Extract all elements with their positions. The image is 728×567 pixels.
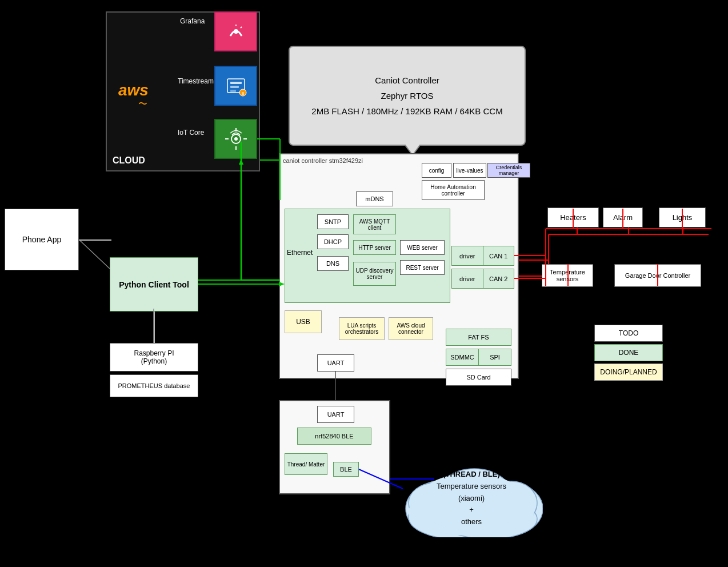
fat-fs-label: FAT FS xyxy=(468,334,489,341)
doing-planned-box: DOING/PLANNED xyxy=(594,364,663,381)
udp-discovery-label: UDP discovery server xyxy=(354,267,395,280)
svg-rect-26 xyxy=(230,82,242,84)
home-automation-box: Home Automation controller xyxy=(422,180,485,200)
aws-cloud-connector-label: AWS cloud connector xyxy=(389,322,433,335)
thread-matter-box: Thread/ Matter xyxy=(285,453,327,475)
caniot-title: Caniot Controller xyxy=(375,73,439,88)
raspberry-pi-box: Raspberry PI(Python) xyxy=(110,343,198,372)
home-automation-label: Home Automation controller xyxy=(422,184,484,197)
thread-ble-line5: others xyxy=(400,516,543,528)
dns-label: DNS xyxy=(326,260,339,267)
temp-sensors-label: Temperature sensors xyxy=(542,269,593,282)
svg-line-24 xyxy=(241,27,242,28)
thread-ble-line2: Temperature sensors xyxy=(400,481,543,493)
credentials-label: Credentials manager xyxy=(488,165,530,176)
mdns-box: mDNS xyxy=(356,191,393,206)
live-values-label: live-values xyxy=(456,167,483,174)
sntp-label: SNTP xyxy=(325,218,341,225)
dns-box: DNS xyxy=(317,256,349,271)
lua-scripts-box: LUA scripts orchestrators xyxy=(339,317,385,340)
uart-top-label: UART xyxy=(327,360,345,366)
rest-server-box: REST server xyxy=(400,260,445,275)
nrf52840-label: nrf52840 BLE xyxy=(315,433,353,440)
thread-ble-cloud: (THREAD / BLE) Temperature sensors (xiao… xyxy=(400,452,543,537)
dhcp-box: DHCP xyxy=(317,234,349,249)
prometheus-db-box: PROMETHEUS database xyxy=(110,374,198,397)
driver-can1-label: driver xyxy=(459,253,475,259)
alarm-box: Alarm xyxy=(603,207,643,227)
iot-core-label: IoT Core xyxy=(178,129,204,137)
spi-label: SPI xyxy=(490,354,500,361)
heaters-label: Heaters xyxy=(560,213,586,222)
iot-core-box xyxy=(214,119,257,159)
caniot-speech-bubble: Caniot Controller Zephyr RTOS 2MB FLASH … xyxy=(289,46,526,146)
timestream-icon: $ xyxy=(225,74,247,97)
http-server-label: HTTP server xyxy=(358,245,391,251)
uart-bottom-box: UART xyxy=(317,406,354,423)
aws-smile: 〜 xyxy=(138,98,147,110)
aws-logo: aws xyxy=(118,81,149,99)
fat-fs-box: FAT FS xyxy=(446,329,511,346)
sntp-box: SNTP xyxy=(317,214,349,229)
svg-point-37 xyxy=(234,137,238,141)
caniot-controller-label: caniot controller stm32f429zi xyxy=(283,157,363,164)
config-label: config xyxy=(429,167,445,174)
done-label: DONE xyxy=(619,349,639,357)
svg-rect-27 xyxy=(230,86,239,88)
driver-can2-area: driver CAN 2 xyxy=(451,269,514,289)
ble-box: BLE xyxy=(333,462,359,477)
grafana-icon xyxy=(225,20,247,43)
live-values-box: live-values xyxy=(453,163,486,178)
timestream-label: Timestream xyxy=(178,77,214,85)
aws-mqtt-label: AWS MQTT client xyxy=(354,218,395,231)
usb-label: USB xyxy=(296,318,310,326)
sdmmc-spi-area: SDMMC SPI xyxy=(446,349,511,366)
cloud-label: CLOUD xyxy=(113,155,145,166)
driver-can2-label: driver xyxy=(459,275,475,282)
web-server-label: WEB server xyxy=(407,245,437,251)
driver-can1-area: driver CAN 1 xyxy=(451,246,514,266)
prometheus-db-label: PROMETHEUS database xyxy=(118,382,190,389)
web-server-box: WEB server xyxy=(400,240,445,255)
svg-point-22 xyxy=(234,29,238,34)
can2-label: CAN 2 xyxy=(489,275,507,282)
python-client-label: Python Client Tool xyxy=(119,280,189,289)
thread-ble-line3: (xiaomi) xyxy=(400,493,543,505)
config-box: config xyxy=(422,163,451,178)
timestream-box: $ xyxy=(214,66,257,106)
svg-line-53 xyxy=(79,240,110,269)
sd-card-box: SD Card xyxy=(446,369,511,386)
alarm-label: Alarm xyxy=(613,213,633,222)
todo-box: TODO xyxy=(594,325,663,342)
doing-planned-label: DOING/PLANNED xyxy=(600,368,657,376)
iot-core-icon xyxy=(224,127,248,151)
aws-cloud-connector-box: AWS cloud connector xyxy=(389,317,433,340)
todo-label: TODO xyxy=(619,329,638,337)
caniot-specs: 2MB FLASH / 180MHz / 192KB RAM / 64KB CC… xyxy=(311,103,502,119)
thread-matter-label: Thread/ Matter xyxy=(287,461,325,468)
credentials-box: Credentials manager xyxy=(487,163,530,178)
grafana-box xyxy=(214,11,257,51)
garage-door-box: Garage Door Controller xyxy=(614,264,701,287)
lua-scripts-label: LUA scripts orchestrators xyxy=(339,322,384,335)
ethernet-label: Ethernet xyxy=(287,249,313,257)
done-box: DONE xyxy=(594,344,663,361)
thread-ble-line1: (THREAD / BLE) xyxy=(400,469,543,481)
thread-ble-line4: + xyxy=(400,504,543,516)
ble-label: BLE xyxy=(340,466,352,473)
heaters-box: Heaters xyxy=(547,207,599,227)
aws-mqtt-box: AWS MQTT client xyxy=(353,214,396,234)
sd-card-label: SD Card xyxy=(466,374,490,381)
uart-bottom-label: UART xyxy=(327,411,345,418)
garage-door-label: Garage Door Controller xyxy=(625,272,690,279)
rest-server-label: REST server xyxy=(406,265,438,271)
phone-app-label: Phone App xyxy=(22,235,62,244)
nrf52840-box: nrf52840 BLE xyxy=(297,428,371,445)
temp-sensors-box: Temperature sensors xyxy=(542,264,593,287)
phone-app-box: Phone App xyxy=(5,209,79,270)
svg-rect-28 xyxy=(230,90,236,92)
sdmmc-label: SDMMC xyxy=(450,354,474,361)
usb-box: USB xyxy=(285,310,322,333)
lights-box: Lights xyxy=(659,207,706,227)
can1-label: CAN 1 xyxy=(489,253,507,259)
